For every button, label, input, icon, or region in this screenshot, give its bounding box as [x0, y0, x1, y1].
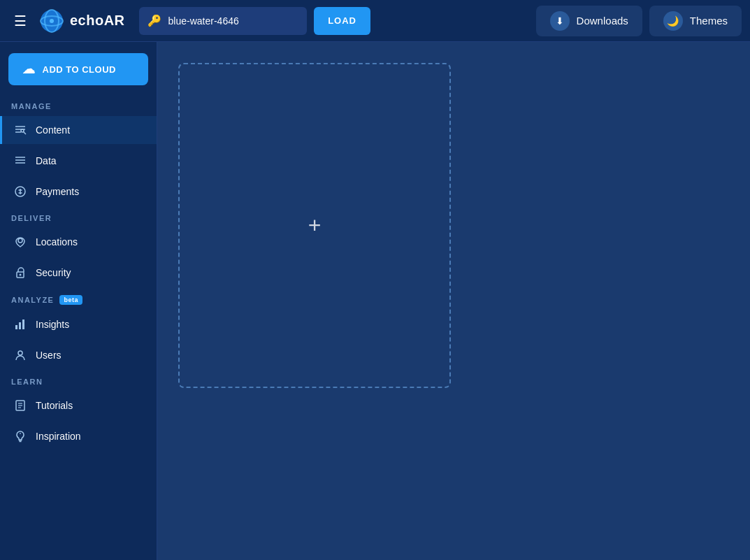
- svg-rect-19: [15, 325, 17, 329]
- add-content-icon: +: [308, 213, 322, 238]
- downloads-button[interactable]: ⬇ Downloads: [536, 6, 642, 36]
- sidebar-item-insights[interactable]: Insights: [0, 310, 157, 338]
- sidebar-item-security[interactable]: Security: [0, 259, 157, 287]
- svg-point-8: [21, 129, 24, 132]
- sidebar-item-data-label: Data: [36, 155, 57, 166]
- content-icon: [13, 123, 27, 137]
- locations-icon: [13, 235, 27, 249]
- key-icon: 🔑: [147, 14, 161, 27]
- svg-point-16: [18, 238, 22, 243]
- svg-rect-21: [22, 320, 24, 329]
- users-icon: [13, 348, 27, 362]
- load-button[interactable]: LOAD: [314, 7, 370, 35]
- svg-rect-20: [19, 322, 21, 329]
- learn-section-label: LEARN: [0, 372, 157, 389]
- payments-icon: [13, 185, 27, 199]
- cloud-upload-icon: ☁: [22, 62, 36, 77]
- header: ☰ echoAR 🔑 LOAD ⬇ Downloads 🌙 Themes: [0, 0, 750, 42]
- sidebar: ☁ ADD TO CLOUD MANAGE Content: [0, 42, 157, 560]
- sidebar-item-content-label: Content: [36, 124, 70, 136]
- svg-point-18: [20, 274, 22, 276]
- downloads-icon: ⬇: [550, 11, 570, 31]
- sidebar-item-locations-label: Locations: [36, 236, 78, 247]
- sidebar-item-data[interactable]: Data: [0, 147, 157, 175]
- sidebar-item-insights-label: Insights: [36, 319, 69, 330]
- main-layout: ☁ ADD TO CLOUD MANAGE Content: [0, 42, 750, 560]
- insights-icon: [13, 317, 27, 331]
- drop-zone[interactable]: +: [178, 63, 451, 388]
- tutorials-icon: [13, 399, 27, 412]
- data-icon: [13, 154, 27, 168]
- sidebar-item-inspiration[interactable]: Inspiration: [0, 422, 157, 450]
- sidebar-item-users-label: Users: [36, 350, 62, 361]
- downloads-label: Downloads: [577, 15, 628, 27]
- svg-point-3: [50, 19, 54, 23]
- sidebar-item-tutorials-label: Tutorials: [36, 400, 73, 411]
- analyze-section-label: ANALYZE beta: [0, 289, 157, 308]
- deliver-section-label: DELIVER: [0, 208, 157, 225]
- hamburger-icon: ☰: [14, 13, 27, 29]
- security-icon: [13, 266, 27, 280]
- api-key-area: 🔑: [139, 7, 308, 35]
- sidebar-item-security-label: Security: [36, 267, 71, 278]
- sidebar-item-tutorials[interactable]: Tutorials: [0, 392, 157, 419]
- sidebar-item-payments-label: Payments: [36, 186, 79, 197]
- api-key-input[interactable]: [168, 15, 299, 27]
- themes-icon: 🌙: [663, 11, 683, 31]
- sidebar-item-locations[interactable]: Locations: [0, 228, 157, 256]
- sidebar-item-inspiration-label: Inspiration: [36, 431, 81, 442]
- beta-badge: beta: [59, 295, 82, 305]
- themes-button[interactable]: 🌙 Themes: [649, 6, 742, 36]
- sidebar-item-users[interactable]: Users: [0, 341, 157, 369]
- add-to-cloud-button[interactable]: ☁ ADD TO CLOUD: [8, 53, 148, 85]
- hamburger-button[interactable]: ☰: [8, 10, 32, 32]
- logo-text: echoAR: [70, 13, 125, 29]
- sidebar-item-content[interactable]: Content: [0, 116, 157, 144]
- svg-point-22: [18, 351, 22, 355]
- themes-label: Themes: [690, 15, 728, 27]
- logo-area: echoAR: [39, 8, 125, 34]
- add-to-cloud-label: ADD TO CLOUD: [43, 64, 116, 75]
- manage-section-label: MANAGE: [0, 96, 157, 113]
- content-area: +: [157, 42, 750, 560]
- inspiration-icon: [13, 429, 27, 443]
- sidebar-item-payments[interactable]: Payments: [0, 178, 157, 206]
- logo-icon: [39, 8, 64, 34]
